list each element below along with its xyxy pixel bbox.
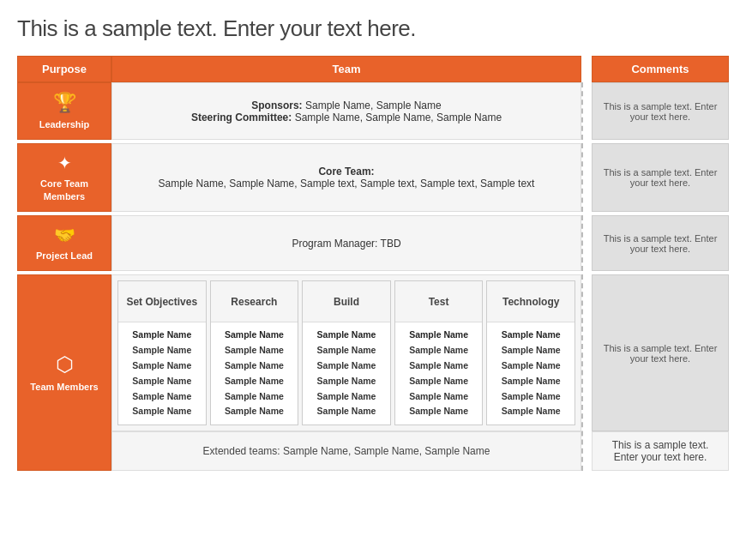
sub-col-names-test: Sample Name Sample Name Sample Name Samp… — [395, 322, 483, 425]
name-item: Sample Name — [308, 328, 385, 343]
sub-col-header-build: Build — [303, 281, 390, 322]
name-item: Sample Name — [123, 358, 201, 374]
name-item: Sample Name — [400, 328, 478, 343]
main-table: Purpose Team Comments 🏆 Leadership Spons… — [17, 56, 729, 471]
team-members-comment: This is a sample text. Enter your text h… — [592, 274, 729, 431]
sponsors-label: Sponsors: — [251, 99, 302, 111]
name-item: Sample Name — [492, 328, 569, 343]
table-header-row: Purpose Team Comments — [17, 56, 729, 82]
name-item: Sample Name — [492, 404, 569, 419]
core-team-line: Core Team: — [124, 166, 569, 178]
name-item: Sample Name — [400, 404, 478, 419]
extended-teams-row: Extended teams: Sample Name, Sample Name… — [17, 431, 729, 471]
leadership-icon: 🏆 — [23, 92, 105, 114]
sub-col-test: Test Sample Name Sample Name Sample Name… — [394, 280, 484, 425]
core-team-value: Sample Name, Sample Name, Sample text, S… — [124, 178, 569, 190]
team-members-icon: ⬡ — [23, 352, 105, 376]
project-lead-comment: This is a sample text. Enter your text h… — [592, 215, 729, 271]
extended-comment: This is a sample text. Enter your text h… — [592, 431, 729, 471]
name-item: Sample Name — [216, 374, 293, 389]
sub-col-header-technology: Technology — [487, 281, 575, 322]
extended-teams-cell: Extended teams: Sample Name, Sample Name… — [111, 431, 581, 471]
name-item: Sample Name — [308, 404, 385, 419]
sub-col-header-test: Test — [395, 281, 483, 322]
core-team-cell: Core Team: Sample Name, Sample Name, Sam… — [111, 143, 581, 212]
leadership-row: 🏆 Leadership Sponsors: Sample Name, Samp… — [17, 82, 729, 140]
sponsors-value: Sample Name, Sample Name — [305, 99, 442, 111]
name-item: Sample Name — [216, 404, 293, 419]
sub-col-technology: Technology Sample Name Sample Name Sampl… — [486, 280, 575, 425]
purpose-leadership: 🏆 Leadership — [17, 82, 111, 140]
project-lead-label: Project Lead — [23, 250, 105, 262]
name-item: Sample Name — [308, 358, 385, 374]
core-team-comment: This is a sample text. Enter your text h… — [592, 143, 729, 212]
project-lead-team-cell: Program Manager: TBD — [111, 215, 581, 271]
name-item: Sample Name — [492, 389, 569, 405]
name-item: Sample Name — [400, 389, 478, 405]
sub-col-header-set-objectives: Set Objectives — [118, 281, 206, 322]
name-item: Sample Name — [400, 374, 478, 389]
sub-grid: Set Objectives Sample Name Sample Name S… — [117, 280, 575, 425]
name-item: Sample Name — [123, 328, 201, 343]
name-item: Sample Name — [492, 358, 569, 374]
core-team-icon: ✦ — [23, 153, 105, 173]
header-team: Team — [111, 56, 581, 82]
name-item: Sample Name — [308, 389, 385, 405]
committee-line: Steering Committee: Sample Name, Sample … — [124, 111, 569, 123]
team-members-label: Team Members — [23, 381, 105, 393]
name-item: Sample Name — [216, 389, 293, 405]
purpose-team-members: ⬡ Team Members — [17, 274, 111, 471]
sub-col-names-technology: Sample Name Sample Name Sample Name Samp… — [487, 322, 575, 425]
name-item: Sample Name — [308, 374, 385, 389]
sub-col-names-build: Sample Name Sample Name Sample Name Samp… — [303, 322, 390, 425]
committee-value: Sample Name, Sample Name, Sample Name — [295, 111, 502, 123]
leadership-label: Leadership — [23, 118, 105, 130]
name-item: Sample Name — [400, 343, 478, 358]
name-item: Sample Name — [216, 343, 293, 358]
committee-label: Steering Committee: — [191, 111, 292, 123]
team-members-row: ⬡ Team Members Set Objectives Sample Nam… — [17, 274, 729, 431]
name-item: Sample Name — [123, 374, 201, 389]
project-lead-icon: 🤝 — [23, 225, 105, 245]
name-item: Sample Name — [123, 404, 201, 419]
name-item: Sample Name — [216, 328, 293, 343]
name-item: Sample Name — [400, 358, 478, 374]
team-members-sub-grid-cell: Set Objectives Sample Name Sample Name S… — [111, 274, 581, 431]
core-team-label: Core Team Members — [23, 178, 105, 202]
name-item: Sample Name — [216, 358, 293, 374]
leadership-comment: This is a sample text. Enter your text h… — [592, 82, 729, 140]
header-comments: Comments — [592, 56, 729, 82]
sub-col-header-research: Research — [211, 281, 298, 322]
sub-col-set-objectives: Set Objectives Sample Name Sample Name S… — [117, 280, 207, 425]
name-item: Sample Name — [492, 343, 569, 358]
core-team-row: ✦ Core Team Members Core Team: Sample Na… — [17, 143, 729, 212]
sub-col-build: Build Sample Name Sample Name Sample Nam… — [302, 280, 391, 425]
sponsors-line: Sponsors: Sample Name, Sample Name — [124, 99, 569, 111]
extended-teams-text: Extended teams: Sample Name, Sample Name… — [203, 445, 490, 457]
page-title: This is a sample text. Enter your text h… — [17, 15, 729, 42]
name-item: Sample Name — [492, 374, 569, 389]
header-purpose: Purpose — [17, 56, 111, 82]
sub-col-names-set-objectives: Sample Name Sample Name Sample Name Samp… — [118, 322, 206, 425]
sub-col-research: Research Sample Name Sample Name Sample … — [210, 280, 299, 425]
name-item: Sample Name — [123, 343, 201, 358]
sub-col-names-research: Sample Name Sample Name Sample Name Samp… — [211, 322, 298, 425]
name-item: Sample Name — [308, 343, 385, 358]
project-lead-row: 🤝 Project Lead Program Manager: TBD This… — [17, 215, 729, 271]
leadership-team-cell: Sponsors: Sample Name, Sample Name Steer… — [111, 82, 581, 140]
name-item: Sample Name — [123, 389, 201, 405]
purpose-project-lead: 🤝 Project Lead — [17, 215, 111, 271]
core-label: Core Team: — [318, 166, 374, 178]
purpose-core-team: ✦ Core Team Members — [17, 143, 111, 212]
program-manager-text: Program Manager: TBD — [292, 238, 400, 250]
